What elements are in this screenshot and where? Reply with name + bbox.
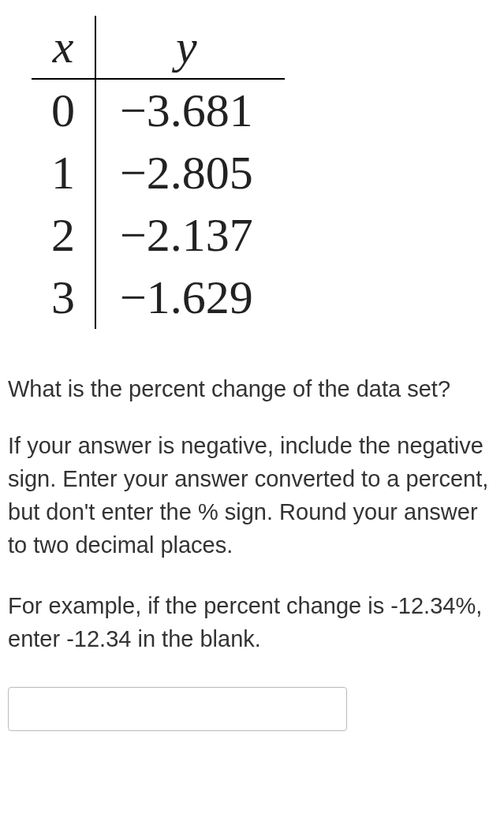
table-row: 0 −3.681 [32, 79, 285, 142]
cell-x: 2 [32, 204, 95, 267]
header-x: x [32, 16, 95, 79]
table-header-row: x y [32, 16, 285, 79]
table-row: 1 −2.805 [32, 142, 285, 204]
answer-input[interactable] [8, 687, 347, 731]
cell-y: −1.629 [95, 267, 285, 329]
header-y: y [95, 16, 285, 79]
cell-x: 3 [32, 267, 95, 329]
example-text: For example, if the percent change is -1… [8, 589, 496, 655]
cell-y: −3.681 [95, 79, 285, 142]
question-text: What is the percent change of the data s… [8, 372, 496, 407]
table-row: 2 −2.137 [32, 204, 285, 267]
cell-y: −2.805 [95, 142, 285, 204]
cell-y: −2.137 [95, 204, 285, 267]
table-row: 3 −1.629 [32, 267, 285, 329]
data-table: x y 0 −3.681 1 −2.805 2 −2.137 3 −1.629 [32, 16, 285, 329]
cell-x: 1 [32, 142, 95, 204]
cell-x: 0 [32, 79, 95, 142]
instruction-text: If your answer is negative, include the … [8, 429, 496, 562]
